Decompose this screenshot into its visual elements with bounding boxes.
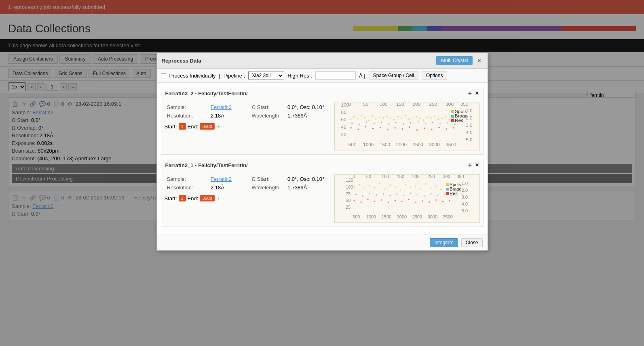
svg-point-120 [374, 187, 375, 188]
svg-point-144 [410, 193, 411, 194]
svg-point-46 [427, 117, 428, 118]
svg-point-28 [360, 115, 362, 117]
end-label-d1: End: [188, 124, 198, 130]
svg-text:1000: 1000 [363, 142, 374, 147]
svg-point-118 [363, 188, 365, 189]
wavelength-value-d1: 1.7389Å [286, 112, 329, 120]
svg-point-72 [365, 126, 366, 128]
dataset-params-1: Ω Start: 0.0°, Osc: 0.10° Wavelength: 1.… [249, 103, 330, 151]
svg-text:Res: Res [450, 191, 458, 196]
high-res-input[interactable] [315, 71, 356, 80]
svg-rect-85 [451, 110, 454, 113]
svg-text:350: 350 [456, 175, 464, 179]
svg-point-30 [367, 120, 369, 122]
process-individually-checkbox[interactable] [161, 73, 166, 78]
modal-body: Ferratin2_2 - Felicity/TestFerritin/ + ×… [157, 83, 488, 229]
modal-overlay: Reprocess Data Multi Crystal × Process I… [0, 0, 644, 229]
pipeline-select[interactable]: Xia2 3dii DIALS autoPROC [248, 71, 284, 80]
start-box-d1: 1 [179, 123, 186, 130]
start-label-d1: Start: [165, 124, 177, 130]
svg-text:50: 50 [366, 175, 371, 179]
add-range-d2[interactable]: + [216, 195, 220, 202]
start-box-d2: 1 [179, 195, 186, 201]
dataset-header-2: Ferratin2_1 - Felicity/TestFerritin/ + × [161, 159, 483, 171]
svg-point-38 [397, 116, 399, 118]
svg-text:100: 100 [346, 185, 353, 189]
modal-toolbar: Process Individually | Pipeline : Xia2 3… [157, 69, 488, 83]
svg-point-48 [434, 115, 435, 117]
svg-text:2500: 2500 [412, 142, 423, 147]
svg-point-153 [367, 199, 368, 200]
chart-area-2: 125 100 75 50 25 500 1000 1500 2000 2500… [334, 174, 480, 223]
options-button[interactable]: Options [422, 71, 447, 80]
dataset-title-1: Ferratin2_2 - Felicity/TestFerritin/ [165, 90, 248, 96]
svg-text:20: 20 [341, 132, 346, 137]
svg-point-40 [404, 115, 406, 117]
svg-point-133 [440, 189, 441, 190]
svg-point-158 [401, 201, 402, 202]
svg-point-164 [442, 201, 443, 202]
dataset-info-2: Sample: Ferratin2 Resolution: 2.18Å Star… [165, 174, 245, 223]
chart-area-1: 100 80 60 40 20 500 1000 1500 2000 2500 … [334, 103, 480, 151]
svg-point-74 [379, 127, 381, 128]
svg-point-146 [423, 195, 424, 197]
svg-point-52 [448, 119, 450, 120]
omega-label-d1: Ω Start: [250, 103, 285, 111]
svg-point-67 [439, 123, 441, 125]
resolution-value-d1: 2.18Å [209, 112, 245, 120]
add-icon-1[interactable]: + [468, 90, 472, 97]
svg-text:500: 500 [348, 142, 356, 147]
svg-point-84 [453, 127, 454, 129]
svg-point-26 [353, 116, 355, 118]
svg-point-31 [371, 115, 373, 117]
multi-crystal-button[interactable]: Multi Crystal [436, 56, 473, 65]
svg-point-59 [380, 122, 382, 123]
process-individually-label: Process Individually [169, 73, 216, 79]
svg-text:200: 200 [412, 103, 420, 107]
wavelength-value-d2: 1.7389Å [286, 184, 329, 191]
svg-point-44 [419, 118, 420, 120]
omega-value-d1: 0.0°, Osc: 0.10° [286, 103, 329, 111]
svg-point-49 [437, 118, 439, 120]
svg-point-126 [405, 184, 406, 185]
svg-point-80 [423, 128, 425, 129]
wavelength-label-d1: Wavelength: [250, 112, 285, 120]
svg-point-151 [353, 200, 355, 201]
svg-rect-87 [451, 115, 454, 117]
svg-point-76 [394, 127, 396, 129]
svg-text:60: 60 [341, 117, 346, 122]
svg-point-60 [388, 123, 389, 125]
svg-text:2.0: 2.0 [461, 188, 467, 193]
remove-icon-1[interactable]: × [475, 90, 479, 97]
add-range-d1[interactable]: + [216, 123, 220, 130]
svg-text:Res: Res [455, 117, 463, 123]
dataset-block-2: Ferratin2_1 - Felicity/TestFerritin/ + ×… [161, 159, 484, 226]
svg-point-132 [435, 186, 436, 187]
svg-point-34 [382, 117, 384, 119]
space-group-button[interactable]: Space Group / Cell [369, 71, 418, 80]
svg-text:50: 50 [346, 198, 351, 203]
svg-point-73 [372, 128, 374, 130]
svg-text:1500: 1500 [381, 214, 391, 219]
modal-title: Reprocess Data [162, 58, 201, 64]
sample-link-d2[interactable]: Ferratin2 [211, 176, 232, 182]
high-res-label: High Res : [287, 73, 312, 79]
svg-point-121 [379, 183, 380, 184]
wavelength-label-d2: Wavelength: [250, 184, 285, 191]
remove-icon-2[interactable]: × [475, 161, 479, 169]
dataset-content-1: Sample: Ferratin2 Resolution: 2.18Å Star… [161, 99, 483, 154]
svg-point-83 [446, 128, 447, 130]
svg-point-63 [410, 122, 412, 124]
svg-point-41 [408, 118, 410, 120]
sample-link-d1[interactable]: Ferratin2 [211, 104, 232, 110]
svg-point-156 [387, 202, 389, 203]
modal-close-button[interactable]: × [476, 57, 482, 64]
dataset-title-2: Ferratin2_1 - Felicity/TestFerritin/ [165, 162, 248, 168]
svg-text:5.0: 5.0 [466, 137, 473, 143]
add-icon-2[interactable]: + [468, 161, 472, 169]
svg-point-75 [387, 129, 389, 130]
svg-point-64 [417, 121, 419, 123]
pipeline-text: Pipeline : [224, 73, 245, 79]
svg-text:75: 75 [346, 191, 351, 196]
svg-point-152 [360, 201, 361, 203]
